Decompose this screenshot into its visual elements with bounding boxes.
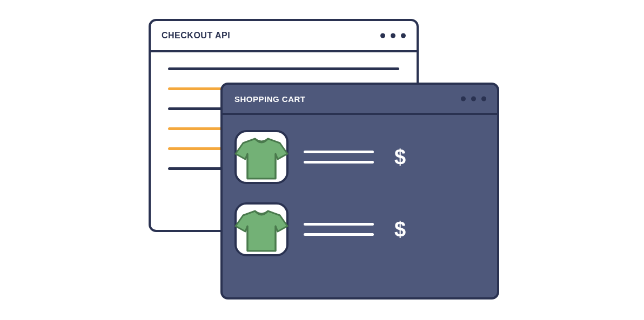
window-dot-icon [401, 33, 406, 38]
window-controls-icon [461, 97, 486, 101]
shopping-cart-window: SHOPPING CART [220, 83, 499, 299]
text-line [304, 233, 374, 236]
cart-item-row: $ [234, 130, 485, 184]
product-description-lines [304, 223, 374, 236]
window-dot-icon [461, 97, 466, 101]
product-thumbnail [234, 202, 289, 256]
tshirt-icon [233, 208, 290, 254]
cart-item-row: $ [234, 202, 485, 256]
window-dot-icon [481, 97, 486, 101]
text-line [304, 151, 374, 153]
window-dot-icon [471, 97, 476, 101]
product-description-lines [304, 151, 374, 164]
diagram-stage: CHECKOUT API SHOPPING CART [0, 0, 644, 320]
code-line [168, 67, 399, 70]
price-symbol: $ [394, 147, 406, 167]
shopping-cart-body: $ $ [223, 115, 497, 290]
checkout-api-title: CHECKOUT API [162, 31, 230, 40]
text-line [304, 161, 374, 164]
price-symbol: $ [394, 219, 406, 240]
tshirt-icon [233, 135, 290, 182]
product-thumbnail [234, 130, 289, 184]
window-dot-icon [391, 33, 395, 38]
checkout-api-titlebar: CHECKOUT API [151, 21, 417, 52]
window-controls-icon [380, 33, 406, 38]
shopping-cart-titlebar: SHOPPING CART [223, 85, 497, 115]
shopping-cart-title: SHOPPING CART [234, 94, 306, 104]
window-dot-icon [380, 33, 385, 38]
text-line [304, 223, 374, 226]
